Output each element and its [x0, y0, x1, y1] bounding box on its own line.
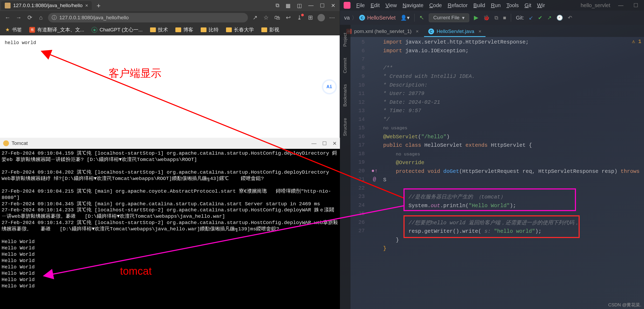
folder-icon	[175, 27, 181, 32]
close-icon[interactable]: ×	[478, 28, 481, 34]
bookmark-item[interactable]: 技术	[150, 26, 168, 33]
close-icon[interactable]: ×	[416, 28, 419, 34]
code-line[interactable]: }	[383, 244, 644, 253]
bookmark-item[interactable]: ◉ChatGPT (文心一...	[92, 26, 142, 33]
menu-item[interactable]: Code	[429, 2, 442, 8]
profile-icon[interactable]	[318, 14, 325, 21]
favicon	[5, 3, 11, 8]
back-icon[interactable]: ←	[4, 14, 12, 21]
new-tab-button[interactable]: +	[93, 2, 104, 10]
side-tool-structure[interactable]: Structure	[343, 118, 348, 136]
maximize-icon[interactable]: ☐	[320, 2, 325, 9]
info-icon[interactable]: ⓘ	[52, 14, 57, 21]
code-line[interactable]: /**	[383, 64, 644, 73]
git-push-icon[interactable]: ↗	[547, 15, 552, 21]
bookmark-item[interactable]: 比特	[201, 26, 219, 33]
debug-icon[interactable]: 🐞	[483, 15, 490, 21]
menu-item[interactable]: Refactor	[448, 2, 468, 8]
menu-item[interactable]: Build	[473, 2, 485, 8]
home-icon[interactable]: ⌂	[37, 14, 45, 21]
bookmark-label: 影视	[269, 26, 279, 33]
code-line[interactable]: import javax.servlet.http.HttpServletRes…	[383, 38, 644, 47]
screenshot-icon[interactable]: ◫	[297, 2, 302, 9]
code-line[interactable]	[383, 253, 644, 262]
bookmark-item[interactable]: 影视	[261, 26, 279, 33]
menu-item[interactable]: Navigate	[403, 2, 424, 8]
menu-item[interactable]: Run	[491, 2, 501, 8]
code-body[interactable]: ⚠ 1 import javax.servlet.http.HttpServle…	[381, 37, 644, 309]
star-icon: ★	[5, 27, 10, 33]
menu-item[interactable]: Wir	[537, 2, 545, 8]
code-editor[interactable]: 5678910111213141516171819202122232425262…	[350, 37, 644, 309]
menu-item[interactable]: File	[356, 2, 365, 8]
code-line[interactable]: protected void doGet(HttpServletRequest …	[383, 167, 644, 184]
ide-logo-icon[interactable]	[344, 2, 350, 9]
url-bar[interactable]: ⓘ 127.0.0.1:8080/java_hello/hello	[48, 13, 248, 22]
download-icon[interactable]: ⤓	[295, 14, 303, 21]
code-line[interactable]: * Created with IntelliJ IDEA.	[383, 72, 644, 81]
git-rollback-icon[interactable]: ↶	[568, 15, 572, 21]
star-icon[interactable]: ☆	[262, 14, 270, 21]
more-icon[interactable]: ⋯	[328, 14, 336, 21]
editor-tabstrip: mpom.xml (hello_servlet_1)×CHelloServlet…	[340, 25, 644, 37]
minimize-icon[interactable]: —	[311, 140, 316, 146]
git-commit-icon[interactable]: ✔	[538, 15, 542, 21]
git-update-icon[interactable]: ↙	[529, 15, 533, 21]
code-line[interactable]: * User: 28779	[383, 89, 644, 98]
reload-icon[interactable]: ⟳	[26, 14, 34, 21]
run-config-selector[interactable]: Current File ▾	[429, 13, 469, 22]
extensions-icon[interactable]: ⊞	[306, 14, 314, 21]
close-window-icon[interactable]: ✕	[331, 2, 335, 9]
editor-tab[interactable]: mpom.xml (hello_servlet_1)×	[342, 26, 423, 37]
code-line[interactable]: no usages	[383, 150, 644, 159]
capture-icon[interactable]: ⧉	[276, 2, 279, 9]
side-tool-commit[interactable]: Commit	[343, 58, 348, 73]
code-line[interactable]: no usages	[383, 124, 644, 133]
code-line[interactable]: * Description:	[383, 81, 644, 90]
ai-float-button[interactable]: Ai	[323, 80, 336, 93]
history-icon[interactable]: ↩	[284, 14, 292, 21]
close-icon[interactable]: ✕	[333, 140, 337, 146]
bookmark-item[interactable]: 博客	[175, 26, 193, 33]
breadcrumb[interactable]: va 〉 C HelloServlet	[344, 14, 396, 21]
code-line[interactable]: */	[383, 115, 644, 124]
code-line[interactable]: @Override	[383, 159, 644, 167]
tomcat-titlebar: Tomcat — ☐ ✕	[0, 138, 340, 149]
browser-window: 127.0.0.1:8080/java_hello/hello × + ⧉ ▦ …	[0, 0, 340, 138]
code-line[interactable]: * Date: 2024-02-21	[383, 98, 644, 107]
hammer-icon[interactable]: ↖	[419, 14, 424, 21]
maximize-icon[interactable]: ☐	[631, 2, 640, 8]
grid-icon[interactable]: ▦	[286, 2, 291, 9]
close-icon[interactable]: ×	[85, 3, 88, 8]
menu-item[interactable]: Git	[525, 2, 531, 8]
browser-tab[interactable]: 127.0.0.1:8080/java_hello/hello ×	[1, 1, 92, 10]
menu-item[interactable]: View	[386, 2, 397, 8]
git-history-icon[interactable]: 🕘	[556, 15, 563, 21]
minimize-icon[interactable]: —	[616, 2, 626, 8]
code-line[interactable]: * Time: 9:57	[383, 107, 644, 115]
menu-item[interactable]: Tools	[506, 2, 519, 8]
coverage-icon[interactable]: ⧉	[494, 15, 498, 21]
side-tool-bookmarks[interactable]: Bookmarks	[343, 84, 348, 107]
menu-item[interactable]: Edit	[371, 2, 379, 8]
share-icon[interactable]: ↗	[251, 14, 259, 21]
run-icon[interactable]: ▶	[474, 14, 478, 21]
maximize-icon[interactable]: ☐	[322, 140, 327, 146]
ide-window: FileEditViewNavigateCodeRefactorBuildRun…	[340, 0, 644, 309]
code-line[interactable]: import java.io.IOException;	[383, 47, 644, 55]
stop-icon[interactable]: ■	[503, 15, 506, 21]
forward-icon[interactable]: →	[15, 14, 23, 21]
code-line[interactable]: public class HelloServlet extends HttpSe…	[383, 141, 644, 150]
editor-tab[interactable]: CHelloServlet.java×	[424, 26, 486, 37]
bookmark-item[interactable]: 长春大学	[226, 26, 254, 33]
tomcat-output[interactable]: 27-Feb-2024 09:10:04.159 淇℃伅 [localhost-…	[0, 149, 340, 291]
side-tool-project[interactable]: Project	[343, 33, 348, 47]
code-line[interactable]	[383, 55, 644, 64]
code-line[interactable]: @WebServlet("/hello")	[383, 133, 644, 141]
user-icon[interactable]: 👤▾	[400, 15, 410, 21]
shopping-icon[interactable]: 🛍	[273, 14, 281, 21]
bookmark-item[interactable]: 有有道翻译_文本、文...	[29, 26, 84, 33]
warning-icon[interactable]: ⚠ 1	[632, 37, 641, 46]
bookmark-item[interactable]: ★书签	[5, 26, 22, 33]
minimize-icon[interactable]: —	[308, 2, 314, 9]
